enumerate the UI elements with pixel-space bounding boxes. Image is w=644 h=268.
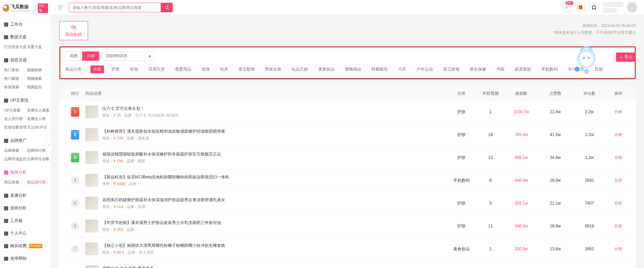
export-button[interactable]: ⇩ 导出 (616, 53, 636, 62)
avatar[interactable] (627, 2, 637, 13)
period-select[interactable]: 2023年03月 ▾ (103, 52, 154, 61)
product-meta: 售价：¥ 229品牌：溪木源 (102, 136, 225, 141)
nav-group-9[interactable]: 个人中心 (0, 228, 51, 239)
product-image[interactable] (85, 220, 98, 233)
product-image[interactable] (85, 242, 98, 255)
nav-group-label: 购买续费 (10, 243, 27, 249)
nav-group-10[interactable]: 购买续费年付6折 (0, 240, 51, 252)
nav-item-5-1[interactable]: 商品排行榜 (26, 178, 48, 187)
nav-item-1-1[interactable]: 流量大盘 (26, 43, 48, 51)
gift-icon[interactable]: 🎁 (576, 3, 585, 12)
product-title[interactable]: 福瑞达颐莲嘭嘭玻尿酸补水保湿修护秋冬面霜护肤官方旗舰店正品 (102, 151, 221, 157)
nav-item-4-1[interactable]: 品牌排行榜 (26, 146, 48, 155)
user-block[interactable] (603, 2, 637, 13)
nav-item-4-3[interactable]: 品牌评论诊断 (26, 155, 48, 163)
category-chip-14[interactable]: 户外运动 (414, 65, 436, 73)
nav-icon (4, 244, 8, 248)
nav-item-2-2[interactable]: 热门频道 (3, 74, 26, 83)
logo[interactable]: 飞瓜数据 BZ.FEIGUA.CN B站版 (0, 0, 51, 17)
nav-group-1[interactable]: 数据大盘 (0, 31, 51, 43)
analyze-link[interactable]: 分析 (614, 132, 623, 137)
nav-item-4-2[interactable]: 品牌市场监控 (3, 155, 26, 163)
category-chip-8[interactable]: 男装女装 (262, 65, 284, 73)
search (69, 3, 173, 12)
analyze-link[interactable]: 分析 (614, 247, 623, 251)
category-chip-20[interactable]: 学习教育 (565, 65, 587, 73)
nav-group-11[interactable]: 使用帮助 (0, 253, 51, 264)
support-icon[interactable]: 🎧 (589, 3, 598, 12)
period-tab-1[interactable]: 月榜 (82, 51, 99, 61)
product-title[interactable]: 【年货节抢购】溪木源男士护肤品套装男士水乳洗面奶三件套控油 (102, 220, 221, 226)
category-chip-15[interactable]: 厨卫家电 (440, 65, 462, 73)
analyze-link[interactable]: 分析 (614, 155, 623, 160)
sidebar-collapse-handle[interactable]: ‹ (46, 134, 51, 154)
product-title[interactable]: 谷雨美白奶罐修护面霜补水保湿滋润护肤品提亮去黄淡斑舒缓乳液女 (102, 197, 225, 203)
nav-group-2[interactable]: 创意灵感 (0, 55, 51, 66)
category-chip-2[interactable]: 彩妆 (127, 65, 141, 73)
nav-group-3[interactable]: UP主查找 (0, 95, 51, 106)
product-title[interactable]: 伍六七 官方众筹企划！ (102, 106, 178, 111)
nav-icon (4, 257, 8, 261)
nav-group-8[interactable]: 工具箱 (0, 215, 51, 226)
nav-item-3-5[interactable]: 关注的UP主 (26, 123, 48, 132)
period-tab-0[interactable]: 周榜 (65, 51, 82, 61)
nav-item-3-2[interactable]: 达人排行榜 (3, 115, 26, 123)
product-image[interactable] (85, 174, 98, 187)
category-chip-3[interactable]: 日用百货 (146, 65, 167, 73)
category-chip-9[interactable]: 礼品文娱 (289, 65, 311, 73)
category-chip-18[interactable]: 家居家纺 (512, 65, 534, 73)
nav-group-6[interactable]: 直播分析 (0, 190, 51, 201)
nav-item-5-0[interactable]: 商品搜索 (3, 178, 26, 187)
menu-toggle-icon[interactable]: ☰ (58, 4, 63, 11)
nav-item-3-0[interactable]: UP主搜索 (3, 106, 26, 115)
search-input[interactable] (69, 3, 161, 12)
product-image[interactable] (85, 265, 98, 268)
nav-group-7[interactable]: 游戏分析 (0, 203, 51, 214)
product-title[interactable]: 【新品机皇】追觅M13Beta洗地机除菌除螨快烘双贴边吸拖洗扫一体机 (102, 174, 229, 180)
analyze-link[interactable]: 分析 (614, 201, 623, 206)
category-chip-12[interactable]: 鞋帽箱包 (369, 65, 391, 73)
nav-item-2-5[interactable]: 视频监控 (26, 83, 48, 91)
nav-group-5[interactable]: 电商分析 (0, 167, 51, 178)
nav-item-4-0[interactable]: 品牌搜索 (3, 146, 26, 155)
nav-item-3-4[interactable]: 投放结案管理 (3, 123, 26, 132)
cell-video: 1 (477, 109, 504, 114)
category-chip-17[interactable]: 书籍 (494, 65, 507, 73)
nav-item-2-1[interactable]: 视频热榜 (26, 66, 48, 74)
notification-badge: 99+ (566, 1, 573, 5)
category-chip-6[interactable]: 玩具 (217, 65, 231, 73)
category-chip-1[interactable]: 护肤 (109, 65, 122, 73)
analyze-link[interactable]: 分析 (614, 178, 623, 183)
category-chip-13[interactable]: 汽车 (395, 65, 409, 73)
nav-group-4[interactable]: 品牌推广 (0, 135, 51, 146)
tab-product-hot[interactable]: 🛍 商品热榜 (59, 21, 88, 40)
category-chip-4[interactable]: 母婴用品 (172, 65, 194, 73)
nav-group-0[interactable]: 工作台 (0, 19, 51, 30)
product-title[interactable]: 【独立小包】南国徐大漂亮厚椰乳粉椰子粉椰奶椰汁粉冲饮生椰拿铁 (102, 243, 225, 249)
product-image[interactable] (85, 151, 98, 164)
category-chip-11[interactable]: 宠物用品 (342, 65, 364, 73)
product-title[interactable]: 【朴树推荐】溪木源愈创木祛痘精华油皮敏感肌修护控油面部精华液 (102, 129, 225, 134)
product-image[interactable] (85, 128, 98, 141)
nav-item-3-3[interactable]: 直播达人榜 (26, 115, 48, 123)
category-chip-19[interactable]: 手机数码 (539, 65, 560, 73)
category-chip-21[interactable]: 其他 (592, 65, 605, 73)
category-chip-7[interactable]: 珠宝配饰 (236, 65, 258, 73)
nav-icon (4, 219, 8, 223)
product-image[interactable] (85, 197, 98, 210)
nav-item-2-0[interactable]: 热门素材 (3, 66, 26, 74)
category-chip-16[interactable]: 养生保健 (467, 65, 489, 73)
category-chip-5[interactable]: 游戏 (199, 65, 213, 73)
nav-item-1-0[interactable]: 行业投放大盘 (3, 43, 26, 51)
nav-item-2-3[interactable]: 视频搜索 (26, 74, 48, 83)
nav-item-3-1[interactable]: 直播达人搜索 (26, 106, 48, 115)
category-chip-0[interactable]: 全部 (90, 65, 104, 73)
analyze-link[interactable]: 分析 (614, 109, 623, 114)
notification-icon[interactable]: ✉99+ (562, 3, 571, 12)
product-image[interactable] (85, 105, 98, 118)
search-button[interactable] (161, 3, 173, 12)
analyze-link[interactable]: 分析 (614, 224, 623, 228)
category-chip-10[interactable]: 美食饮品 (316, 65, 337, 73)
nav-item-2-4[interactable]: 标签搜索 (3, 83, 26, 91)
product-title[interactable]: 空碗出水 古法创意 魔术道具 (102, 266, 154, 268)
